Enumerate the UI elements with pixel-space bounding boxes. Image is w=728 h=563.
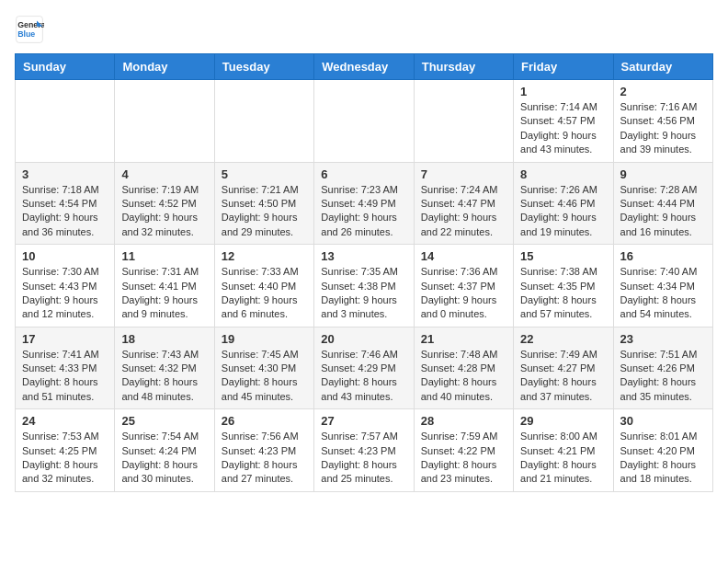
day-number: 12 (222, 249, 307, 263)
column-header-thursday: Thursday (414, 54, 513, 80)
day-number: 18 (121, 332, 207, 346)
day-info: Sunrise: 7:16 AM Sunset: 4:56 PM Dayligh… (620, 100, 706, 157)
day-info: Sunrise: 7:43 AM Sunset: 4:32 PM Dayligh… (121, 348, 207, 405)
calendar-week-row: 17Sunrise: 7:41 AM Sunset: 4:33 PM Dayli… (16, 327, 713, 409)
day-info: Sunrise: 7:40 AM Sunset: 4:34 PM Dayligh… (620, 265, 706, 322)
day-info: Sunrise: 7:38 AM Sunset: 4:35 PM Dayligh… (520, 265, 606, 322)
day-number: 20 (321, 332, 406, 346)
svg-text:Blue: Blue (17, 29, 35, 39)
day-info: Sunrise: 7:53 AM Sunset: 4:25 PM Dayligh… (22, 430, 108, 487)
day-number: 5 (222, 167, 307, 181)
column-header-wednesday: Wednesday (314, 54, 414, 80)
calendar-cell: 4Sunrise: 7:19 AM Sunset: 4:52 PM Daylig… (115, 162, 214, 245)
day-info: Sunrise: 7:45 AM Sunset: 4:30 PM Dayligh… (222, 348, 307, 405)
day-info: Sunrise: 8:01 AM Sunset: 4:20 PM Dayligh… (620, 430, 706, 487)
day-number: 9 (620, 167, 706, 181)
day-number: 28 (421, 414, 506, 428)
logo-icon: General Blue (15, 15, 44, 44)
calendar-cell: 18Sunrise: 7:43 AM Sunset: 4:32 PM Dayli… (115, 327, 214, 409)
day-info: Sunrise: 7:49 AM Sunset: 4:27 PM Dayligh… (520, 348, 606, 405)
day-number: 6 (321, 167, 406, 181)
day-info: Sunrise: 7:36 AM Sunset: 4:37 PM Dayligh… (421, 265, 506, 322)
day-info: Sunrise: 7:54 AM Sunset: 4:24 PM Dayligh… (121, 430, 207, 487)
day-info: Sunrise: 7:23 AM Sunset: 4:49 PM Dayligh… (321, 183, 406, 240)
day-info: Sunrise: 7:28 AM Sunset: 4:44 PM Dayligh… (620, 183, 706, 240)
day-number: 25 (121, 414, 207, 428)
logo: General Blue (15, 15, 44, 44)
calendar-cell: 1Sunrise: 7:14 AM Sunset: 4:57 PM Daylig… (514, 80, 613, 163)
calendar-cell: 28Sunrise: 7:59 AM Sunset: 4:22 PM Dayli… (414, 409, 513, 492)
column-header-saturday: Saturday (613, 54, 712, 80)
day-number: 14 (421, 249, 506, 263)
calendar-cell: 14Sunrise: 7:36 AM Sunset: 4:37 PM Dayli… (414, 245, 513, 327)
day-info: Sunrise: 8:00 AM Sunset: 4:21 PM Dayligh… (520, 430, 606, 487)
day-number: 26 (222, 414, 307, 428)
calendar-cell: 7Sunrise: 7:24 AM Sunset: 4:47 PM Daylig… (414, 162, 513, 245)
day-info: Sunrise: 7:57 AM Sunset: 4:23 PM Dayligh… (321, 430, 406, 487)
day-number: 11 (121, 249, 207, 263)
day-info: Sunrise: 7:56 AM Sunset: 4:23 PM Dayligh… (222, 430, 307, 487)
calendar-cell: 15Sunrise: 7:38 AM Sunset: 4:35 PM Dayli… (514, 245, 613, 327)
calendar-cell (16, 80, 115, 163)
day-info: Sunrise: 7:31 AM Sunset: 4:41 PM Dayligh… (121, 265, 207, 322)
calendar-cell: 2Sunrise: 7:16 AM Sunset: 4:56 PM Daylig… (613, 80, 712, 163)
column-header-monday: Monday (115, 54, 214, 80)
calendar-cell (414, 80, 513, 163)
day-number: 29 (520, 414, 606, 428)
day-info: Sunrise: 7:35 AM Sunset: 4:38 PM Dayligh… (321, 265, 406, 322)
day-info: Sunrise: 7:21 AM Sunset: 4:50 PM Dayligh… (222, 183, 307, 240)
calendar-cell (115, 80, 214, 163)
day-number: 16 (620, 249, 706, 263)
day-number: 2 (620, 85, 706, 98)
calendar-week-row: 1Sunrise: 7:14 AM Sunset: 4:57 PM Daylig… (16, 80, 713, 163)
day-info: Sunrise: 7:46 AM Sunset: 4:29 PM Dayligh… (321, 348, 406, 405)
day-number: 24 (22, 414, 108, 428)
calendar-cell: 21Sunrise: 7:48 AM Sunset: 4:28 PM Dayli… (414, 327, 513, 409)
day-number: 30 (620, 414, 706, 428)
day-info: Sunrise: 7:24 AM Sunset: 4:47 PM Dayligh… (421, 183, 506, 240)
calendar-cell: 23Sunrise: 7:51 AM Sunset: 4:26 PM Dayli… (613, 327, 712, 409)
calendar-cell (214, 80, 313, 163)
calendar-cell: 29Sunrise: 8:00 AM Sunset: 4:21 PM Dayli… (514, 409, 613, 492)
day-info: Sunrise: 7:26 AM Sunset: 4:46 PM Dayligh… (520, 183, 606, 240)
calendar-cell: 6Sunrise: 7:23 AM Sunset: 4:49 PM Daylig… (314, 162, 414, 245)
day-info: Sunrise: 7:51 AM Sunset: 4:26 PM Dayligh… (620, 348, 706, 405)
page-header: General Blue (15, 15, 713, 44)
day-number: 1 (520, 85, 606, 98)
calendar-cell: 24Sunrise: 7:53 AM Sunset: 4:25 PM Dayli… (16, 409, 115, 492)
calendar-cell: 8Sunrise: 7:26 AM Sunset: 4:46 PM Daylig… (514, 162, 613, 245)
calendar-week-row: 3Sunrise: 7:18 AM Sunset: 4:54 PM Daylig… (16, 162, 713, 245)
calendar-cell: 9Sunrise: 7:28 AM Sunset: 4:44 PM Daylig… (613, 162, 712, 245)
calendar-cell: 30Sunrise: 8:01 AM Sunset: 4:20 PM Dayli… (613, 409, 712, 492)
column-header-friday: Friday (514, 54, 613, 80)
day-number: 4 (121, 167, 207, 181)
calendar-cell: 25Sunrise: 7:54 AM Sunset: 4:24 PM Dayli… (115, 409, 214, 492)
calendar-cell: 13Sunrise: 7:35 AM Sunset: 4:38 PM Dayli… (314, 245, 414, 327)
calendar-cell: 5Sunrise: 7:21 AM Sunset: 4:50 PM Daylig… (214, 162, 313, 245)
calendar-cell: 22Sunrise: 7:49 AM Sunset: 4:27 PM Dayli… (514, 327, 613, 409)
day-number: 7 (421, 167, 506, 181)
day-number: 17 (22, 332, 108, 346)
day-number: 19 (222, 332, 307, 346)
calendar-cell: 19Sunrise: 7:45 AM Sunset: 4:30 PM Dayli… (214, 327, 313, 409)
calendar-cell: 10Sunrise: 7:30 AM Sunset: 4:43 PM Dayli… (16, 245, 115, 327)
calendar-cell: 26Sunrise: 7:56 AM Sunset: 4:23 PM Dayli… (214, 409, 313, 492)
day-info: Sunrise: 7:33 AM Sunset: 4:40 PM Dayligh… (222, 265, 307, 322)
column-header-sunday: Sunday (16, 54, 115, 80)
column-header-tuesday: Tuesday (214, 54, 313, 80)
day-info: Sunrise: 7:41 AM Sunset: 4:33 PM Dayligh… (22, 348, 108, 405)
day-number: 3 (22, 167, 108, 181)
calendar-table: SundayMondayTuesdayWednesdayThursdayFrid… (15, 53, 713, 492)
calendar-cell: 17Sunrise: 7:41 AM Sunset: 4:33 PM Dayli… (16, 327, 115, 409)
day-info: Sunrise: 7:30 AM Sunset: 4:43 PM Dayligh… (22, 265, 108, 322)
calendar-cell: 11Sunrise: 7:31 AM Sunset: 4:41 PM Dayli… (115, 245, 214, 327)
day-number: 10 (22, 249, 108, 263)
calendar-week-row: 10Sunrise: 7:30 AM Sunset: 4:43 PM Dayli… (16, 245, 713, 327)
calendar-cell: 16Sunrise: 7:40 AM Sunset: 4:34 PM Dayli… (613, 245, 712, 327)
calendar-cell: 27Sunrise: 7:57 AM Sunset: 4:23 PM Dayli… (314, 409, 414, 492)
day-number: 8 (520, 167, 606, 181)
calendar-cell: 3Sunrise: 7:18 AM Sunset: 4:54 PM Daylig… (16, 162, 115, 245)
day-number: 23 (620, 332, 706, 346)
day-number: 27 (321, 414, 406, 428)
calendar-cell: 20Sunrise: 7:46 AM Sunset: 4:29 PM Dayli… (314, 327, 414, 409)
